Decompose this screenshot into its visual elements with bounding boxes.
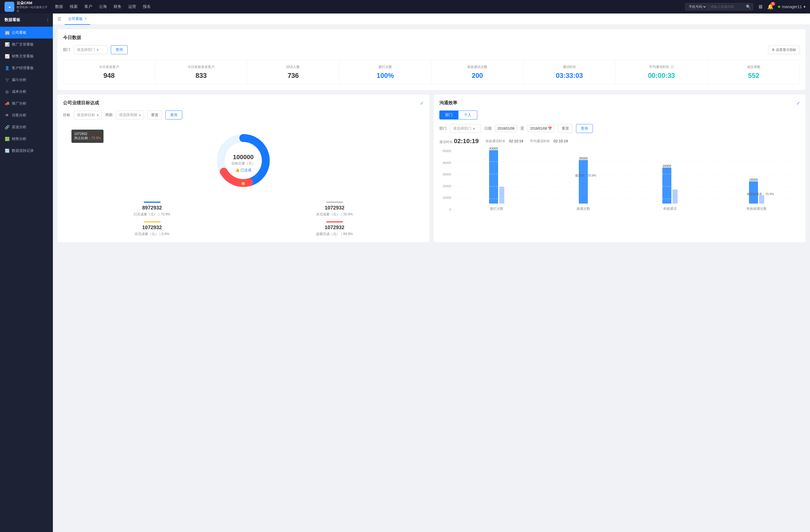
avg-duration-value: 02:10:19	[553, 139, 568, 143]
user-info[interactable]: manager11 ▾	[778, 4, 806, 9]
stat-value: 200	[435, 72, 520, 80]
goal-reset-button[interactable]: 重置	[147, 111, 162, 119]
eff-dept-label: 部门	[439, 126, 447, 131]
eff-expand-icon[interactable]: ⤢	[796, 101, 800, 105]
sidebar-item-label: 客户经理看板	[12, 66, 34, 70]
top-nav: ☁ 云朵CRM 教育机构一站式服务云平台 数据 线索 客户 公海 财务 运营 报…	[0, 0, 810, 14]
sidebar-item-visitor[interactable]: 👁 访客分析	[0, 110, 53, 121]
sidebar-item-cost[interactable]: ◎ 成本分析	[0, 86, 53, 98]
call-duration-stat: 通话时长 02:10:19	[439, 137, 479, 145]
sidebar-item-sales-mgr[interactable]: 📈 销售主管看板	[0, 50, 53, 62]
search-icon[interactable]: 🔍	[746, 4, 751, 9]
bars-wrapper: 43000 拨打次数	[453, 149, 800, 211]
goal-query-button[interactable]: 查询	[165, 111, 182, 119]
settings-button[interactable]: ⚙ 设置显示指标	[768, 46, 800, 54]
donut-area: 1072932 所占比例：70.9% 100000 目	[63, 124, 424, 197]
sidebar-item-channel[interactable]: 🔗 渠道分析	[0, 121, 53, 133]
eff-tabs: 部门 个人	[439, 111, 800, 119]
sidebar-item-label: 访客分析	[12, 113, 27, 118]
uncompleted-label: 未完成量（元）｜20.9%	[245, 212, 424, 217]
channel-icon: 🔗	[4, 125, 10, 129]
two-col-section: 公司业绩目标达成 ⤢ 目标 请选择目标 ▾ 周期 请选择周期 ▾	[58, 95, 806, 247]
tab-company-board[interactable]: 公司看板 ✕	[65, 14, 90, 25]
chart-stats: 8972932 已完成量（元）｜70.9% 1072932 未完成量（元）｜20…	[63, 202, 424, 236]
sidebar-item-funnel[interactable]: ▽ 漏斗分析	[0, 74, 53, 86]
tab-close-icon[interactable]: ✕	[84, 17, 87, 20]
svg-text:目标总量（元）: 目标总量（元）	[231, 161, 255, 165]
uncompleted-stat: 1072932 未完成量（元）｜20.9%	[245, 202, 424, 217]
search-type-select[interactable]: 手机号码	[688, 4, 707, 9]
bell-badge: 5	[771, 2, 775, 6]
nav-finance[interactable]: 财务	[114, 3, 122, 11]
eff-dept-select[interactable]: 请选择部门 ▾	[450, 124, 481, 133]
completed-label: 已完成量（元）｜70.9%	[63, 212, 241, 217]
stat-label: 成交单数	[711, 65, 796, 69]
eff-tab-dept[interactable]: 部门	[439, 111, 458, 119]
svg-text:👍 已达成: 👍 已达成	[235, 168, 252, 172]
stat-eff-calls: 有效通话次数 200	[432, 60, 523, 84]
data-flow-icon: 🔄	[4, 148, 10, 153]
dept-select[interactable]: 请选择部门 ▾	[74, 45, 108, 54]
should-complete-bar	[144, 221, 161, 222]
layout: 数据看板 ⟨ 🏢 公司看板 📊 推广主管看板 📈 销售主管看板 👤 客户经理看板…	[0, 14, 810, 532]
search-input[interactable]	[710, 5, 744, 9]
stats-grid: 今日首咨客户 948 今日有效首咨客户 833 回访人数 736 拨打次数 10…	[63, 60, 800, 84]
uncompleted-bar	[326, 202, 343, 203]
over-complete-label: 超额完成（元）｜89.9%	[245, 232, 424, 236]
grid-svg	[453, 149, 800, 211]
sidebar-item-customer-mgr[interactable]: 👤 客户经理看板	[0, 62, 53, 74]
nav-signup[interactable]: 报名	[143, 3, 151, 11]
stat-value: 948	[67, 72, 151, 80]
goal-expand-icon[interactable]: ⤢	[420, 101, 424, 105]
sidebar-title: 数据看板	[4, 17, 20, 22]
sidebar-toggle-icon[interactable]: ⟨	[47, 18, 48, 22]
stat-value: 100%	[343, 72, 427, 80]
sidebar-item-label: 数据流转记录	[12, 148, 34, 153]
target-select[interactable]: 请选择目标 ▾	[74, 111, 102, 119]
promo-mgr-icon: 📊	[4, 42, 10, 47]
today-query-button[interactable]: 查询	[111, 45, 128, 54]
sidebar-item-label: 漏斗分析	[12, 77, 27, 82]
eff-query-button[interactable]: 查询	[576, 124, 593, 133]
eff-reset-button[interactable]: 重置	[558, 124, 573, 133]
eff-tab-person[interactable]: 个人	[458, 111, 477, 119]
sidebar-item-promo-mgr[interactable]: 📊 推广主管看板	[0, 38, 53, 50]
completed-bar	[144, 202, 161, 203]
avg-duration-stat: 平均通话时长 02:10:19	[530, 139, 568, 144]
svg-point-6	[242, 182, 245, 185]
sidebar-item-data-flow[interactable]: 🔄 数据流转记录	[0, 145, 53, 156]
sidebar-item-promo[interactable]: 📣 推广分析	[0, 98, 53, 110]
sidebar-item-label: 推广主管看板	[12, 42, 34, 47]
stat-call-duration: 通话时长 03:33:03	[524, 60, 615, 84]
nav-leads[interactable]: 线索	[70, 3, 78, 11]
sales-icon: 💹	[4, 137, 10, 141]
eff-date-from[interactable]: 2018/01/08	[495, 125, 517, 132]
date-separator: 至	[520, 126, 524, 131]
bell-wrapper: 🔔 5	[767, 4, 774, 10]
monitor-icon[interactable]: 🖥	[758, 4, 763, 10]
nav-sea[interactable]: 公海	[99, 3, 107, 11]
customer-mgr-icon: 👤	[4, 66, 10, 70]
connect-rate-label: 接通率：70.9%	[575, 173, 596, 178]
sidebar-item-company-board[interactable]: 🏢 公司看板	[0, 27, 53, 38]
dept-select-arrow: ▾	[97, 48, 99, 52]
nav-data[interactable]: 数据	[55, 3, 63, 11]
nav-ops[interactable]: 运营	[128, 3, 136, 11]
y-axis: 50000 40000 30000 20000 10000 0	[439, 149, 453, 211]
sidebar-item-sales[interactable]: 💹 销售分析	[0, 133, 53, 145]
svg-text:100000: 100000	[233, 153, 254, 161]
eff-date-to[interactable]: 2018/01/08 📅	[528, 125, 555, 132]
stat-dial-count: 拨打次数 100%	[339, 60, 431, 84]
bar2-label: 35000	[579, 156, 588, 160]
main-content: ☰ 公司看板 ✕ 今日数据 部门 请选择部门 ▾ 查询	[53, 14, 810, 532]
sidebar-item-label: 销售主管看板	[12, 54, 34, 59]
completed-value: 8972932	[63, 205, 241, 211]
bar4-label: 18000	[749, 178, 758, 181]
over-complete-bar	[326, 221, 343, 222]
eff-connect-rate-label: 有效接通率：70.9%	[747, 192, 774, 196]
today-filter-row: 部门 请选择部门 ▾ 查询 ⚙ 设置显示指标	[63, 45, 800, 54]
period-select[interactable]: 请选择周期 ▾	[116, 111, 144, 119]
eff-title: 沟通效率	[439, 100, 457, 106]
nav-customers[interactable]: 客户	[84, 3, 92, 11]
tab-menu-icon[interactable]: ☰	[58, 16, 61, 22]
